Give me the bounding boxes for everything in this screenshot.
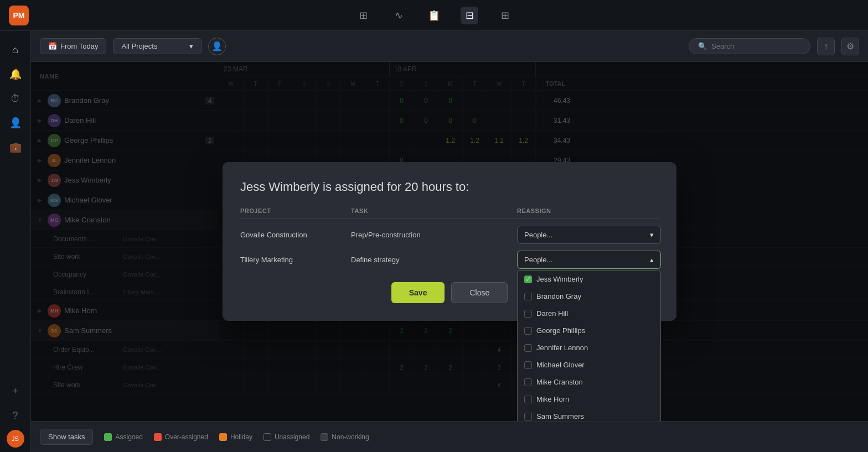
dropdown-item-sam[interactable]: Sam Summers — [518, 408, 660, 421]
legend-holiday: Holiday — [219, 433, 252, 441]
dropdown-item-label: Sam Summers — [536, 412, 584, 420]
checkbox-george[interactable] — [524, 327, 532, 335]
modal-people-select-1[interactable]: People... ▾ — [517, 226, 661, 244]
dropdown-wrapper: People... ▴ ✓ Jess Wimberly Br — [517, 251, 661, 269]
people-select-label: People... — [524, 256, 552, 264]
chevron-up-icon: ▴ — [650, 256, 654, 264]
modal-project-header: PROJECT — [240, 207, 351, 214]
dropdown-item-label: Daren Hill — [536, 309, 568, 318]
people-dropdown-list: ✓ Jess Wimberly Brandon Gray Daren Hill — [517, 270, 661, 421]
dropdown-item-brandon[interactable]: Brandon Gray — [518, 288, 660, 305]
settings-button[interactable]: ⚙ — [841, 38, 859, 55]
assigned-legend-dot — [104, 433, 112, 441]
sidebar-briefcase-icon[interactable]: 💼 — [6, 137, 25, 157]
assigned-label: Assigned — [115, 433, 142, 441]
close-button[interactable]: Close — [451, 282, 508, 303]
modal-project-name: Tillery Marketing — [240, 256, 351, 264]
nav-icon-diagram[interactable]: ⊞ — [496, 7, 514, 24]
search-box[interactable]: 🔍 — [689, 38, 810, 54]
nav-icon-chart[interactable]: ∿ — [390, 7, 407, 24]
sidebar-add-icon[interactable]: + — [6, 381, 25, 401]
all-projects-select[interactable]: All Projects ▾ — [113, 38, 202, 54]
dropdown-item-mike-h[interactable]: Mike Horn — [518, 391, 660, 408]
dropdown-item-label: Jennifer Lennon — [536, 344, 588, 352]
holiday-legend-dot — [219, 433, 227, 441]
modal-overlay: Jess Wimberly is assigned for 20 hours t… — [31, 62, 868, 421]
search-icon: 🔍 — [698, 42, 707, 50]
dropdown-item-jess[interactable]: ✓ Jess Wimberly — [518, 271, 660, 288]
checkbox-michael[interactable] — [524, 361, 532, 369]
overassigned-legend-dot — [154, 433, 162, 441]
nonworking-legend-dot — [321, 433, 328, 441]
dropdown-item-mike-c[interactable]: Mike Cranston — [518, 373, 660, 391]
modal-assignment-row: Govalle Construction Prep/Pre-constructi… — [240, 226, 659, 244]
sidebar-time-icon[interactable]: ⏱ — [6, 89, 25, 108]
nonworking-label: Non-working — [332, 433, 369, 441]
holiday-label: Holiday — [230, 433, 252, 441]
checkbox-jess[interactable]: ✓ — [524, 276, 532, 283]
nav-icon-link[interactable]: ⊟ — [461, 7, 478, 24]
user-filter-button[interactable]: 👤 — [208, 38, 226, 55]
modal-task-name: Define strategy — [351, 256, 517, 264]
all-projects-label: All Projects — [121, 42, 157, 50]
legend-assigned: Assigned — [104, 433, 142, 441]
dropdown-item-label: Michael Glover — [536, 361, 585, 369]
show-tasks-button[interactable]: Show tasks — [40, 429, 93, 445]
from-today-button[interactable]: 📅 From Today — [40, 38, 106, 54]
nav-icon-clipboard[interactable]: 📋 — [425, 7, 443, 24]
save-button[interactable]: Save — [391, 282, 445, 303]
export-button[interactable]: ↑ — [817, 38, 835, 55]
people-select-label: People... — [524, 231, 552, 239]
modal-project-name: Govalle Construction — [240, 231, 351, 239]
dropdown-item-label: Jess Wimberly — [536, 275, 583, 283]
app-logo[interactable]: PM — [9, 6, 29, 25]
modal-task-header: TASK — [351, 207, 517, 214]
overassigned-label: Over-assigned — [165, 433, 208, 441]
modal-title: Jess Wimberly is assigned for 20 hours t… — [240, 180, 659, 194]
from-today-label: From Today — [60, 42, 98, 50]
chevron-down-icon: ▾ — [650, 231, 654, 239]
checkbox-daren[interactable] — [524, 310, 532, 318]
nav-icon-scan[interactable]: ⊞ — [354, 7, 372, 24]
modal-table-header: PROJECT TASK REASSIGN — [240, 207, 659, 219]
legend-nonworking: Non-working — [321, 433, 369, 441]
modal-people-select-2[interactable]: People... ▴ — [517, 251, 661, 269]
dropdown-item-label: Mike Horn — [536, 395, 569, 403]
legend-overassigned: Over-assigned — [154, 433, 208, 441]
chevron-down-icon: ▾ — [189, 42, 193, 50]
calendar-icon: 📅 — [48, 42, 57, 50]
modal-task-name: Prep/Pre-construction — [351, 231, 517, 239]
schedule-container: NAME ▶ BG Brandon Gray 4 ▶ DH Daren Hill — [31, 62, 868, 421]
unassigned-label: Unassigned — [275, 433, 309, 441]
top-nav: PM ⊞ ∿ 📋 ⊟ ⊞ — [0, 0, 868, 31]
checkbox-jennifer[interactable] — [524, 344, 532, 352]
toolbar: 📅 From Today All Projects ▾ 👤 🔍 ↑ ⚙ — [31, 31, 868, 62]
dropdown-item-george[interactable]: George Phillips — [518, 322, 660, 339]
legend-unassigned: Unassigned — [264, 433, 309, 441]
sidebar-avatar-icon[interactable]: JS — [7, 430, 24, 448]
sidebar-alerts-icon[interactable]: 🔔 — [6, 64, 25, 84]
dropdown-item-jennifer[interactable]: Jennifer Lennon — [518, 339, 660, 356]
sidebar-people-icon[interactable]: 👤 — [6, 113, 25, 133]
modal-assignment-row: Tillery Marketing Define strategy People… — [240, 251, 659, 269]
sidebar-home-icon[interactable]: ⌂ — [6, 40, 25, 60]
dropdown-item-label: Brandon Gray — [536, 292, 581, 300]
sidebar-icons: ⌂ 🔔 ⏱ 👤 💼 + ? JS — [0, 31, 31, 452]
dropdown-item-michael[interactable]: Michael Glover — [518, 356, 660, 373]
checkbox-mike-c[interactable] — [524, 378, 532, 386]
footer: Show tasks Assigned Over-assigned Holida… — [31, 421, 868, 452]
checkbox-mike-h[interactable] — [524, 396, 532, 403]
checkbox-sam[interactable] — [524, 413, 532, 420]
search-input[interactable] — [711, 42, 800, 50]
dropdown-item-daren[interactable]: Daren Hill — [518, 305, 660, 322]
unassigned-legend-dot — [264, 433, 271, 441]
modal-reassign-header: REASSIGN — [517, 207, 661, 214]
checkbox-brandon[interactable] — [524, 293, 532, 300]
assignment-modal: Jess Wimberly is assigned for 20 hours t… — [223, 162, 676, 321]
dropdown-item-label: Mike Cranston — [536, 378, 583, 386]
dropdown-item-label: George Phillips — [536, 326, 585, 335]
sidebar-help-icon[interactable]: ? — [6, 406, 25, 425]
